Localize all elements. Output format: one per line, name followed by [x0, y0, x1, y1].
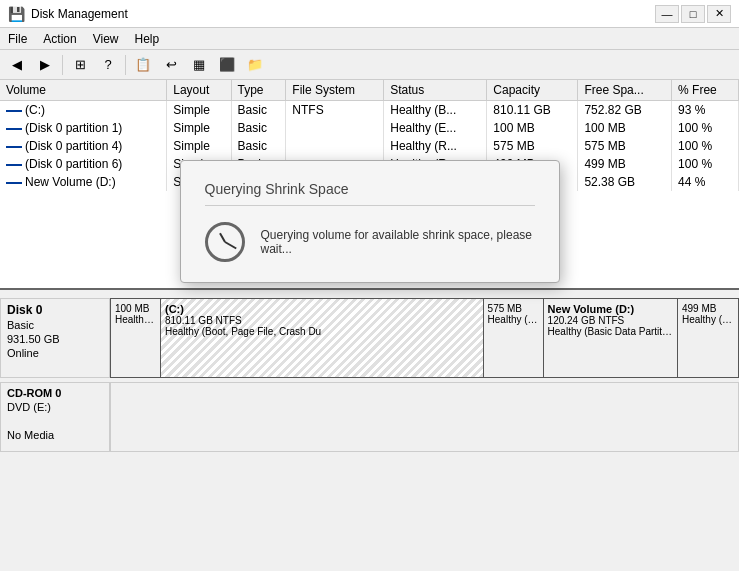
- toolbar-separator-2: [125, 55, 126, 75]
- app-title: Disk Management: [31, 7, 649, 21]
- properties-button[interactable]: 📋: [130, 53, 156, 77]
- grid-button[interactable]: ⊞: [67, 53, 93, 77]
- refresh-button[interactable]: ↩: [158, 53, 184, 77]
- minimize-button[interactable]: —: [655, 5, 679, 23]
- back-button[interactable]: ◀: [4, 53, 30, 77]
- menu-action[interactable]: Action: [35, 30, 84, 47]
- menu-view[interactable]: View: [85, 30, 127, 47]
- app-icon: 💾: [8, 6, 25, 22]
- folder-button[interactable]: 📁: [242, 53, 268, 77]
- toolbar-separator-1: [62, 55, 63, 75]
- toolbar: ◀ ▶ ⊞ ? 📋 ↩ ▦ ⬛ 📁: [0, 50, 739, 80]
- modal-overlay: Querying Shrink Space Querying volume fo…: [0, 80, 739, 571]
- window-controls: — □ ✕: [655, 5, 731, 23]
- title-bar: 💾 Disk Management — □ ✕: [0, 0, 739, 28]
- clock-minute-hand: [224, 241, 236, 249]
- help-button[interactable]: ?: [95, 53, 121, 77]
- forward-button[interactable]: ▶: [32, 53, 58, 77]
- menu-file[interactable]: File: [0, 30, 35, 47]
- maximize-button[interactable]: □: [681, 5, 705, 23]
- disk-button[interactable]: ⬛: [214, 53, 240, 77]
- menu-help[interactable]: Help: [127, 30, 168, 47]
- clock-icon: [205, 222, 245, 262]
- menu-bar: File Action View Help: [0, 28, 739, 50]
- modal-body: Querying volume for available shrink spa…: [205, 222, 535, 262]
- modal-box: Querying Shrink Space Querying volume fo…: [180, 160, 560, 283]
- modal-message: Querying volume for available shrink spa…: [261, 228, 535, 256]
- view-button[interactable]: ▦: [186, 53, 212, 77]
- modal-title: Querying Shrink Space: [205, 181, 535, 206]
- close-button[interactable]: ✕: [707, 5, 731, 23]
